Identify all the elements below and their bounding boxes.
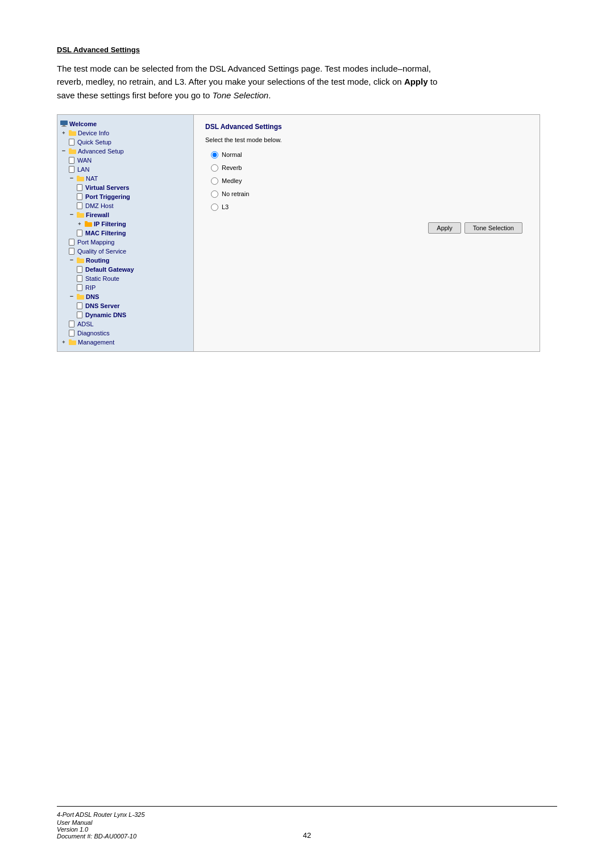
folder-icon-management	[68, 338, 76, 346]
svg-rect-15	[77, 258, 80, 260]
svg-rect-0	[60, 121, 68, 125]
nav-label-dmz-host: DMZ Host	[85, 202, 114, 209]
nav-item-routing[interactable]: − Routing	[68, 256, 191, 265]
nav-label-device-info: Device Info	[78, 130, 109, 136]
nav-label-welcome: Welcome	[69, 121, 97, 127]
nav-item-firewall[interactable]: − Firewall	[68, 210, 191, 219]
nav-item-wan[interactable]: WAN	[68, 156, 191, 165]
nav-item-port-mapping[interactable]: Port Mapping	[68, 238, 191, 247]
nav-label-quick-setup: Quick Setup	[77, 139, 111, 146]
doc-icon-static-route	[76, 275, 84, 283]
intro-bold: Apply	[404, 77, 428, 86]
svg-rect-13	[85, 221, 88, 223]
nav-label-lan: LAN	[77, 166, 89, 173]
doc-icon-quality-of-service	[68, 247, 76, 255]
nav-item-ip-filtering[interactable]: + IP Filtering	[76, 219, 191, 229]
nav-label-adsl: ADSL	[77, 321, 94, 327]
radio-item-reverb[interactable]: Reverb	[211, 164, 528, 172]
nav-item-static-route[interactable]: Static Route	[76, 274, 191, 283]
radio-l3[interactable]	[211, 203, 218, 211]
nav-item-dns-server[interactable]: DNS Server	[76, 301, 191, 310]
nav-label-static-route: Static Route	[85, 275, 119, 282]
doc-icon-dns-server	[76, 302, 84, 310]
nav-item-dns[interactable]: − DNS	[68, 292, 191, 301]
nav-label-dns: DNS	[86, 293, 99, 300]
nav-item-port-triggering[interactable]: Port Triggering	[76, 192, 191, 201]
doc-icon-wan	[68, 156, 76, 164]
expand-icon-management: +	[60, 338, 68, 346]
nav-item-dmz-host[interactable]: DMZ Host	[76, 201, 191, 210]
doc-icon-rip	[76, 284, 84, 292]
expand-icon-device-info: +	[60, 129, 68, 137]
svg-rect-9	[77, 176, 80, 178]
navigation-tree: Welcome + Device Info Qu	[57, 115, 194, 351]
expand-icon-ip-filtering: +	[76, 220, 84, 228]
nav-label-wan: WAN	[77, 157, 92, 164]
nav-item-adsl[interactable]: ADSL	[68, 319, 191, 329]
main-panel: Welcome + Device Info Qu	[57, 114, 540, 352]
radio-item-normal[interactable]: Normal	[211, 151, 528, 159]
radio-reverb[interactable]	[211, 164, 218, 172]
action-button-row: Apply Tone Selection	[205, 222, 528, 234]
doc-icon-quick-setup	[68, 138, 76, 146]
radio-item-no-retrain[interactable]: No retrain	[211, 190, 528, 198]
nav-item-lan[interactable]: LAN	[68, 165, 191, 174]
nav-label-dns-server: DNS Server	[85, 302, 120, 309]
nav-item-management[interactable]: + Management	[60, 338, 191, 347]
footer-manual-label: User Manual	[57, 819, 557, 826]
apply-button[interactable]: Apply	[428, 222, 461, 234]
collapse-icon-firewall: −	[68, 211, 76, 219]
nav-item-diagnostics[interactable]: Diagnostics	[60, 329, 191, 338]
nav-item-virtual-servers[interactable]: Virtual Servers	[76, 183, 191, 192]
doc-icon-dmz-host	[76, 202, 84, 210]
nav-label-dynamic-dns: Dynamic DNS	[85, 312, 126, 318]
test-mode-radio-group: Normal Reverb Medley No retrain L3	[211, 151, 528, 211]
svg-rect-7	[69, 148, 72, 151]
nav-label-quality-of-service: Quality of Service	[77, 248, 126, 255]
nav-item-welcome[interactable]: Welcome	[60, 119, 191, 128]
radio-item-l3[interactable]: L3	[211, 203, 528, 211]
radio-label-normal: Normal	[222, 151, 242, 158]
nav-item-quick-setup[interactable]: Quick Setup	[60, 138, 191, 147]
intro-dash: –	[398, 64, 403, 73]
nav-item-nat[interactable]: − NAT	[68, 174, 191, 183]
radio-medley[interactable]	[211, 177, 218, 185]
radio-label-medley: Medley	[222, 177, 242, 184]
doc-icon-mac-filtering	[76, 229, 84, 237]
nav-item-mac-filtering[interactable]: MAC Filtering	[76, 229, 191, 238]
nav-label-management: Management	[78, 339, 114, 346]
nav-label-rip: RIP	[85, 284, 96, 291]
nav-item-rip[interactable]: RIP	[76, 283, 191, 292]
doc-icon-port-mapping	[68, 238, 76, 246]
doc-icon-virtual-servers	[76, 184, 84, 192]
radio-label-reverb: Reverb	[222, 164, 242, 171]
nav-item-dynamic-dns[interactable]: Dynamic DNS	[76, 310, 191, 319]
nav-item-device-info[interactable]: + Device Info	[60, 128, 191, 138]
nav-label-nat: NAT	[86, 175, 98, 182]
panel-title: DSL Advanced Settings	[205, 123, 528, 131]
doc-icon-default-gateway	[76, 265, 84, 273]
nav-item-advanced-setup[interactable]: − Advanced Setup	[60, 147, 191, 156]
doc-icon-diagnostics	[68, 329, 76, 337]
folder-icon-dns	[76, 293, 84, 301]
folder-icon-advanced-setup	[68, 147, 76, 155]
svg-rect-17	[77, 294, 80, 296]
nav-label-firewall: Firewall	[86, 211, 109, 218]
svg-rect-19	[69, 339, 72, 342]
radio-item-medley[interactable]: Medley	[211, 177, 528, 185]
svg-rect-11	[77, 212, 80, 214]
nav-item-quality-of-service[interactable]: Quality of Service	[68, 247, 191, 256]
doc-icon-lan	[68, 165, 76, 173]
footer-product-name: 4-Port ADSL Router Lynx L-325	[57, 811, 557, 818]
nav-item-default-gateway[interactable]: Default Gateway	[76, 265, 191, 274]
nav-label-port-mapping: Port Mapping	[77, 239, 114, 246]
doc-icon-port-triggering	[76, 193, 84, 201]
doc-icon-dynamic-dns	[76, 311, 84, 319]
nav-label-routing: Routing	[86, 257, 110, 264]
radio-no-retrain[interactable]	[211, 190, 218, 198]
intro-text-1: The test mode can be selected from the D…	[57, 64, 398, 73]
tone-selection-button[interactable]: Tone Selection	[464, 222, 522, 234]
folder-icon-ip-filtering	[84, 220, 92, 228]
radio-normal[interactable]	[211, 151, 218, 159]
doc-icon-adsl	[68, 320, 76, 328]
